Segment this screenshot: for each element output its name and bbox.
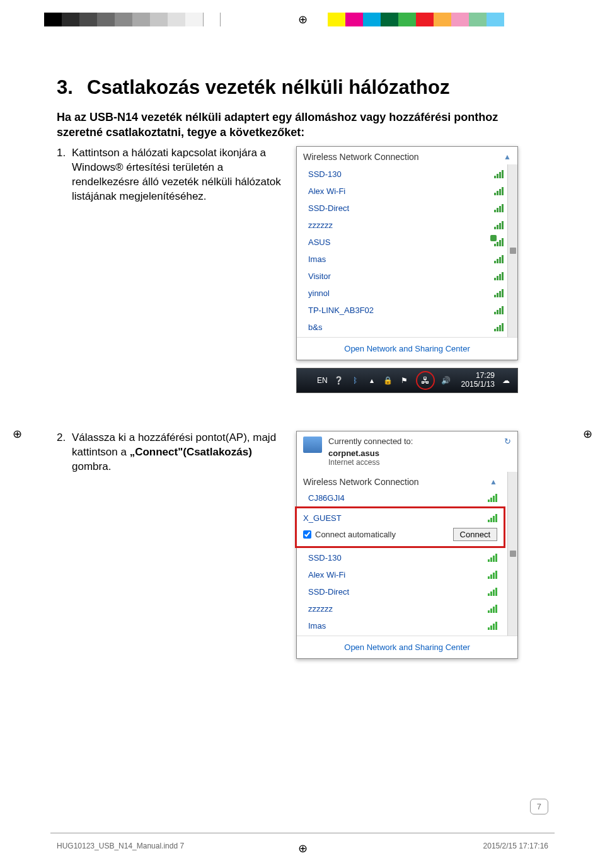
wifi-signal-icon <box>494 288 504 297</box>
wifi-signal-icon <box>494 186 504 195</box>
chevron-up-icon[interactable]: ▴ <box>367 375 377 385</box>
wifi-signal-icon <box>494 220 504 229</box>
network-item[interactable]: TP-LINK_AB3F02 <box>303 302 504 319</box>
network-name: Imas <box>308 621 326 631</box>
network-item[interactable]: SSD-Direct <box>303 583 497 600</box>
network-item[interactable]: SSD-130 <box>303 549 497 566</box>
wifi-signal-icon <box>488 553 497 562</box>
wifi-popup-header[interactable]: Wireless Network Connection ▲ <box>297 472 504 489</box>
wifi-signal-icon <box>488 513 497 522</box>
wifi-signal-icon <box>488 493 497 502</box>
scroll-thumb[interactable] <box>510 551 516 557</box>
flag-icon[interactable]: ⚑ <box>400 375 410 385</box>
wifi-popup: Wireless Network Connection ▲ SSD-130 Al… <box>296 146 518 360</box>
open-network-center-link[interactable]: Open Network and Sharing Center <box>297 337 517 360</box>
connect-automatically-checkbox[interactable]: Connect automatically <box>303 530 396 539</box>
step-number: 2. <box>57 431 72 474</box>
step-2: 2. Válassza ki a hozzáférési pontot(AP),… <box>57 431 529 659</box>
network-name: b&s <box>308 323 322 332</box>
scrollbar[interactable] <box>507 472 517 636</box>
intro-paragraph: Ha az USB-N14 vezeték nélküli adaptert e… <box>57 110 529 140</box>
wifi-signal-icon <box>488 621 497 630</box>
network-name: yinnol <box>308 288 330 298</box>
step-body: Kattintson a hálózati kapcsolat ikonjára… <box>72 146 284 204</box>
network-item-selected[interactable]: X_GUEST <box>303 511 497 525</box>
ime-icon[interactable]: ☁ <box>501 375 511 385</box>
network-name: Alex Wi-Fi <box>308 186 345 196</box>
chevron-up-icon: ▲ <box>504 152 511 161</box>
wifi-popup-header[interactable]: Wireless Network Connection ▲ <box>297 147 517 164</box>
registration-mark-icon: ⊕ <box>583 427 592 441</box>
network-item[interactable]: Visitor <box>303 268 504 285</box>
network-item[interactable]: yinnol <box>303 285 504 302</box>
wifi-signal-icon <box>494 306 504 314</box>
network-name: Alex Wi-Fi <box>308 570 345 580</box>
wifi-popup-title: Wireless Network Connection <box>303 477 419 487</box>
print-color-bar <box>44 13 504 26</box>
network-item[interactable]: zzzzzz <box>303 600 497 617</box>
wifi-signal-icon <box>494 169 504 178</box>
scroll-thumb[interactable] <box>510 248 516 254</box>
clock-date: 2015/1/13 <box>461 380 495 389</box>
current-connection: Currently connected to: corpnet.asus Int… <box>297 431 517 472</box>
page-number: 7 <box>530 799 548 814</box>
network-list: SSD-130 Alex Wi-Fi SSD-Direct zzzzzz ASU… <box>297 164 517 337</box>
network-item[interactable]: ASUS <box>303 234 504 251</box>
network-item[interactable]: b&s <box>303 319 504 336</box>
network-name: CJ86GJI4 <box>308 493 345 503</box>
scrollbar[interactable] <box>507 164 517 337</box>
footer-rule <box>50 833 555 833</box>
wifi-signal-icon <box>488 587 497 596</box>
network-item[interactable]: zzzzzz <box>303 217 504 234</box>
network-name: Imas <box>308 254 326 264</box>
section-heading: 3.Csatlakozás vezeték nélküli hálózathoz <box>57 76 529 99</box>
clock[interactable]: 17:29 2015/1/13 <box>461 372 495 389</box>
network-item[interactable]: Imas <box>303 617 497 634</box>
network-item[interactable]: Imas <box>303 251 504 268</box>
section-title: Csatlakozás vezeték nélküli hálózathoz <box>87 76 478 99</box>
language-indicator[interactable]: EN <box>317 376 328 385</box>
network-name: zzzzzz <box>308 220 333 230</box>
screenshot-1: Wireless Network Connection ▲ SSD-130 Al… <box>296 146 518 393</box>
footer-timestamp: 2015/2/15 17:17:16 <box>483 842 548 850</box>
network-item[interactable]: Alex Wi-Fi <box>303 183 504 200</box>
bluetooth-icon[interactable]: ᛒ <box>350 375 360 385</box>
network-name: SSD-130 <box>308 553 342 562</box>
network-item[interactable]: CJ86GJI4 <box>297 489 504 506</box>
wifi-signal-icon <box>494 323 504 331</box>
open-network-center-link[interactable]: Open Network and Sharing Center <box>297 636 517 658</box>
registration-mark-icon: ⊕ <box>298 842 308 855</box>
network-tray-icon[interactable]: 🖧 <box>416 371 435 390</box>
connection-status: Internet access <box>328 458 498 467</box>
checkbox-input[interactable] <box>303 530 311 539</box>
network-name: zzzzzz <box>308 604 333 614</box>
registration-mark-icon: ⊕ <box>298 13 308 26</box>
step-body: Válassza ki a hozzáférési pontot(AP), ma… <box>72 431 284 474</box>
taskbar: EN ❔ ᛒ ▴ 🔒 ⚑ 🖧 🔊 17:29 2015/1/13 ☁ <box>296 368 518 393</box>
network-list: SSD-130 Alex Wi-Fi SSD-Direct zzzzzz Ima… <box>297 548 504 636</box>
footer-filename: HUG10123_USB_N14_Manual.indd 7 <box>57 842 184 850</box>
selected-network-highlight: X_GUEST Connect automatically Connect <box>295 506 505 548</box>
wifi-signal-icon <box>494 271 504 280</box>
chevron-up-icon: ▲ <box>490 477 497 486</box>
help-icon[interactable]: ❔ <box>334 375 344 385</box>
network-item[interactable]: SSD-Direct <box>303 200 504 217</box>
network-name: SSD-130 <box>308 169 342 179</box>
wifi-signal-icon <box>488 570 497 579</box>
network-name: Visitor <box>308 271 331 281</box>
network-name: TP-LINK_AB3F02 <box>308 306 374 315</box>
network-item[interactable]: SSD-130 <box>303 166 504 183</box>
connect-button[interactable]: Connect <box>453 528 497 541</box>
volume-icon[interactable]: 🔊 <box>441 375 451 385</box>
refresh-icon[interactable]: ↻ <box>504 437 511 446</box>
wifi-signal-icon <box>494 254 504 263</box>
section-number: 3. <box>57 76 87 99</box>
wifi-signal-icon <box>488 604 497 613</box>
registration-mark-icon: ⊕ <box>13 427 22 441</box>
wifi-signal-open-icon <box>494 237 504 246</box>
checkbox-label: Connect automatically <box>315 530 396 539</box>
wifi-popup-title: Wireless Network Connection <box>303 152 419 162</box>
network-name: SSD-Direct <box>308 203 349 213</box>
lock-icon[interactable]: 🔒 <box>383 375 393 385</box>
network-item[interactable]: Alex Wi-Fi <box>303 566 497 583</box>
